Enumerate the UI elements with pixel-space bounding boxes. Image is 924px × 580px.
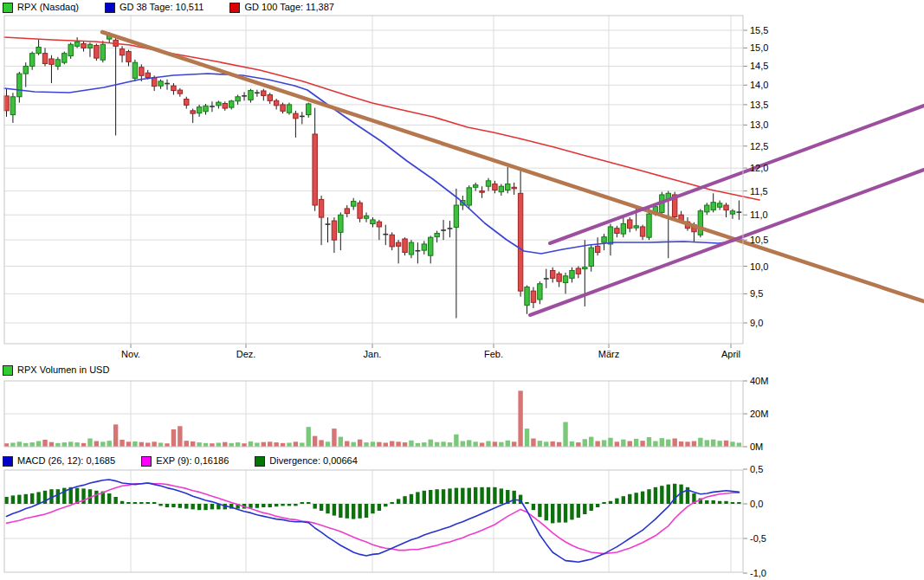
divergence-bar	[448, 488, 451, 504]
price-tick-label: 11,0	[750, 209, 768, 220]
legend-label: GD 100 Tage: 11,387	[244, 2, 334, 13]
candle-up	[698, 211, 702, 235]
volume-bar	[608, 438, 612, 447]
price-tick-label: 12,5	[750, 141, 768, 151]
divergence-bar	[81, 488, 85, 504]
price-tick-label: 9,5	[750, 288, 763, 299]
volume-bar	[17, 441, 22, 447]
divergence-bar	[4, 497, 8, 504]
volume-bar	[300, 442, 304, 447]
divergence-bar	[455, 488, 458, 504]
volume-bar	[409, 441, 413, 447]
divergence-bar	[551, 504, 554, 523]
volume-bar	[184, 441, 189, 447]
volume-bar	[377, 442, 381, 447]
divergence-bar	[712, 500, 715, 504]
volume-bar	[653, 441, 657, 447]
divergence-bar	[165, 504, 169, 507]
candle-down	[628, 220, 632, 229]
divergence-bar	[435, 489, 438, 504]
divergence-bar	[397, 499, 400, 504]
candle-up	[538, 284, 542, 300]
volume-bar	[171, 429, 176, 447]
candle-doji	[544, 278, 549, 280]
volume-bar	[49, 442, 54, 447]
volume-bar	[281, 443, 285, 447]
legend-item-gd38: GD 38 Tage: 10,511	[105, 2, 204, 13]
volume-bar	[255, 442, 259, 447]
divergence-bar	[660, 486, 663, 504]
divergence-bar	[24, 494, 28, 504]
candle-up	[570, 271, 574, 279]
divergence-bar	[487, 487, 490, 504]
divergence-bar	[628, 494, 631, 504]
divergence-bar	[474, 487, 477, 504]
divergence-bar	[365, 504, 368, 518]
legend-item-gd100: GD 100 Tage: 11,387	[229, 2, 334, 13]
divergence-bar	[583, 504, 586, 514]
volume-bar	[499, 442, 503, 447]
volume-bar	[390, 441, 394, 447]
divergence-bar	[36, 492, 40, 504]
divergence-bar	[352, 504, 355, 519]
legend-item-rpx: RPX (Nasdaq)	[3, 2, 79, 13]
candle-down	[178, 90, 182, 93]
candle-down	[281, 105, 285, 111]
volume-bar	[672, 439, 676, 448]
candle-up	[608, 227, 612, 244]
candle-up	[467, 188, 471, 205]
candle-down	[42, 54, 47, 64]
divergence-bar	[570, 504, 573, 519]
divergence-bar	[525, 502, 528, 504]
volume-bar	[152, 441, 156, 447]
volume-bar	[29, 442, 34, 447]
divergence-bar	[371, 504, 374, 513]
price-legend: RPX (Nasdaq) GD 38 Tage: 10,511 GD 100 T…	[3, 2, 360, 13]
series-swatch-blue	[3, 456, 13, 467]
divergence-bar	[538, 504, 541, 517]
candle-down	[184, 99, 189, 105]
volume-bar	[435, 442, 439, 447]
candle-up	[364, 216, 368, 218]
volume-bar	[113, 424, 118, 447]
volume-bar	[242, 443, 246, 447]
candle-down	[274, 100, 278, 106]
divergence-bar	[191, 504, 194, 509]
candle-down	[345, 209, 349, 214]
volume-bar	[583, 439, 587, 447]
divergence-bar	[480, 487, 483, 504]
candle-up	[525, 287, 529, 306]
series-swatch-magenta	[141, 456, 152, 467]
candle-up	[435, 234, 439, 237]
volume-bar	[197, 442, 201, 447]
divergence-bar	[622, 496, 625, 504]
candle-up	[371, 220, 375, 224]
price-tick-label: 15,5	[750, 25, 768, 35]
volume-bar	[358, 440, 362, 447]
candle-down	[49, 59, 54, 64]
volume-bar	[486, 441, 490, 447]
divergence-bar	[255, 504, 259, 508]
volume-bar	[595, 441, 599, 447]
price-tick-label: 14,5	[750, 61, 768, 71]
volume-bar	[210, 443, 214, 447]
volume-bar	[145, 442, 150, 447]
divergence-bar	[654, 487, 657, 504]
volume-tick-label: 20M	[750, 409, 768, 419]
candle-down	[377, 222, 381, 227]
volume-bar	[178, 426, 182, 447]
volume-tick-label: 0M	[750, 441, 763, 452]
volume-bar	[158, 442, 163, 447]
volume-bar	[384, 442, 388, 447]
price-tick-label: 11,5	[750, 186, 768, 197]
trendline-downtrend-line	[102, 32, 924, 301]
candle-up	[204, 106, 208, 111]
candle-up	[10, 97, 15, 115]
candle-down	[152, 77, 156, 86]
candle-down	[262, 91, 266, 95]
series-swatch-blue	[105, 3, 115, 13]
volume-legend: RPX Volumen in USD	[3, 364, 135, 376]
moving-averages	[4, 37, 759, 254]
volume-bar	[262, 442, 266, 447]
candle-up	[216, 102, 221, 106]
